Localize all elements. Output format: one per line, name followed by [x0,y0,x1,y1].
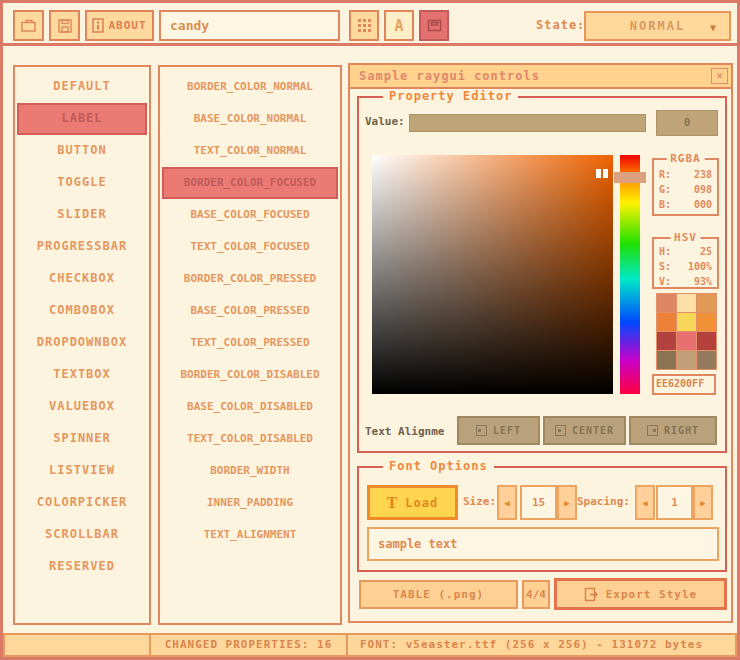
hue-slider-handle[interactable] [614,172,646,183]
value-label: Value: [365,115,405,128]
list-item-text_alignment[interactable]: TEXT_ALIGNMENT [160,519,340,551]
align-left-label: LEFT [493,425,521,436]
size-value-box[interactable]: 15 [520,485,557,520]
value-box[interactable]: 0 [656,110,718,136]
list-item-label[interactable]: LABEL [17,103,147,135]
list-item-border_color_pressed[interactable]: BORDER_COLOR_PRESSED [160,263,340,295]
color-picker-sv[interactable] [372,155,613,394]
list-item-text_color_focused[interactable]: TEXT_COLOR_FOCUSED [160,231,340,263]
list-item-base_color_disabled[interactable]: BASE_COLOR_DISABLED [160,391,340,423]
palette-swatch[interactable] [657,351,676,369]
grid-icon [358,19,371,32]
font-view-button[interactable]: A [384,10,414,41]
floppy-disk-icon [57,18,73,34]
size-decrement-button[interactable]: ◀ [497,485,517,520]
align-right-icon [647,425,658,436]
hue-bar[interactable] [620,155,640,394]
sample-window-title: Sample raygui controls [359,69,540,83]
open-file-button[interactable] [13,10,44,41]
state-label: State: [536,18,585,32]
list-item-text_color_disabled[interactable]: TEXT_COLOR_DISABLED [160,423,340,455]
table-export-format-button[interactable]: TABLE (.png) [359,580,518,609]
list-item-combobox[interactable]: COMBOBOX [15,295,149,327]
load-font-label: Load [405,496,438,510]
window-icon [427,18,442,33]
list-item-border_width[interactable]: BORDER_WIDTH [160,455,340,487]
hex-color-input[interactable]: EE6200FF [652,374,716,395]
folder-icon [20,18,37,33]
size-label: Size: [463,495,496,508]
palette-swatch[interactable] [697,294,716,312]
spacing-value-box[interactable]: 1 [656,485,693,520]
property-editor-group: Property Editor Value: 0 RGBA R: 238 G: … [357,96,727,453]
palette-swatch[interactable] [677,313,696,331]
font-a-icon: A [394,17,403,35]
controls-list: DEFAULTLABELBUTTONTOGGLESLIDERPROGRESSBA… [13,65,151,625]
state-dropdown[interactable]: NORMAL ▼ [584,11,731,41]
list-item-toggle[interactable]: TOGGLE [15,167,149,199]
text-t-icon: T [387,495,398,511]
list-item-border_color_focused[interactable]: BORDER_COLOR_FOCUSED [162,167,338,199]
list-item-textbox[interactable]: TEXTBOX [15,359,149,391]
list-item-valuebox[interactable]: VALUEBOX [15,391,149,423]
spacing-increment-button[interactable]: ▶ [693,485,713,520]
list-item-slider[interactable]: SLIDER [15,199,149,231]
style-name-input[interactable] [159,10,340,41]
grid-view-button[interactable] [349,10,379,41]
palette-swatch[interactable] [697,313,716,331]
list-item-inner_padding[interactable]: INNER_PADDING [160,487,340,519]
rgba-row-b: B: 000 [659,197,712,212]
list-item-scrollbar[interactable]: SCROLLBAR [15,519,149,551]
align-center-button[interactable]: CENTER [543,416,626,445]
sample-text-input[interactable]: sample text [367,527,719,561]
palette-swatch[interactable] [657,332,676,350]
window-view-button[interactable] [419,10,449,41]
list-item-progressbar[interactable]: PROGRESSBAR [15,231,149,263]
load-font-button[interactable]: T Load [367,485,458,520]
about-button-label: ABOUT [108,19,146,32]
align-left-button[interactable]: LEFT [457,416,540,445]
chevron-right-icon: ▶ [564,498,569,508]
sample-window-titlebar[interactable]: Sample raygui controls [350,65,731,89]
palette-swatch[interactable] [677,332,696,350]
list-item-reserved[interactable]: RESERVED [15,551,149,583]
list-item-spinner[interactable]: SPINNER [15,423,149,455]
list-item-checkbox[interactable]: CHECKBOX [15,263,149,295]
palette-swatch[interactable] [677,294,696,312]
color-picker-cursor[interactable] [596,169,601,178]
g-value: 098 [694,182,712,197]
value-slider[interactable] [409,114,646,132]
rguistyler-window: ABOUT A State: NORMAL ▼ DEFAULTLABELBUTT… [0,0,740,660]
spacing-decrement-button[interactable]: ◀ [635,485,655,520]
hsv-label: HSV [670,231,701,244]
list-item-colorpicker[interactable]: COLORPICKER [15,487,149,519]
close-icon[interactable]: × [711,68,728,84]
list-item-text_color_pressed[interactable]: TEXT_COLOR_PRESSED [160,327,340,359]
export-style-button[interactable]: Export Style [554,578,727,610]
h-label: H: [659,244,671,259]
toolbar: ABOUT A State: NORMAL ▼ [3,3,737,46]
palette-swatch[interactable] [697,351,716,369]
list-item-border_color_normal[interactable]: BORDER_COLOR_NORMAL [160,71,340,103]
palette-swatch[interactable] [657,294,676,312]
palette-swatch[interactable] [697,332,716,350]
text-alignment-label: Text Alignme [365,425,458,438]
palette-swatch[interactable] [677,351,696,369]
save-file-button[interactable] [49,10,80,41]
list-item-base_color_pressed[interactable]: BASE_COLOR_PRESSED [160,295,340,327]
list-item-listview[interactable]: LISTVIEW [15,455,149,487]
g-label: G: [659,182,671,197]
export-style-label: Export Style [606,588,697,601]
list-item-default[interactable]: DEFAULT [15,71,149,103]
palette-swatch[interactable] [657,313,676,331]
list-item-dropdownbox[interactable]: DROPDOWNBOX [15,327,149,359]
align-right-button[interactable]: RIGHT [629,416,717,445]
list-item-base_color_focused[interactable]: BASE_COLOR_FOCUSED [160,199,340,231]
chevron-down-icon: ▼ [710,22,718,33]
size-increment-button[interactable]: ▶ [557,485,577,520]
list-item-text_color_normal[interactable]: TEXT_COLOR_NORMAL [160,135,340,167]
list-item-base_color_normal[interactable]: BASE_COLOR_NORMAL [160,103,340,135]
list-item-button[interactable]: BUTTON [15,135,149,167]
about-button[interactable]: ABOUT [85,10,154,41]
list-item-border_color_disabled[interactable]: BORDER_COLOR_DISABLED [160,359,340,391]
